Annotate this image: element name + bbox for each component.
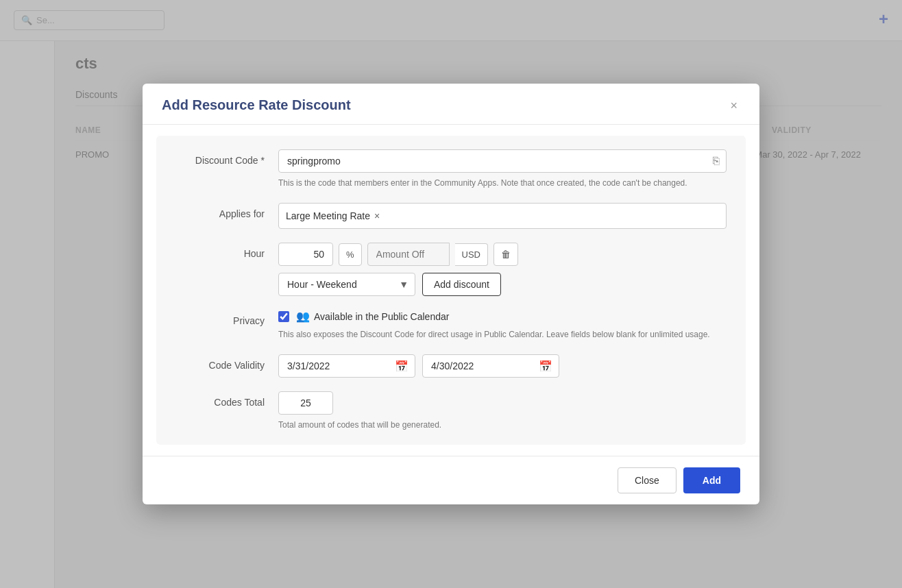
privacy-checkbox[interactable] — [278, 311, 289, 322]
close-button[interactable]: Close — [618, 467, 676, 493]
amount-off-input[interactable] — [367, 243, 450, 266]
period-select[interactable]: Hour - Weekend Hour - Weekday Day Week M… — [278, 273, 415, 296]
discount-code-label: Discount Code * — [175, 149, 265, 166]
copy-icon: ⎘ — [713, 155, 720, 167]
discount-code-input[interactable] — [278, 149, 727, 173]
discount-code-wrap: ⎘ This is the code that members enter in… — [278, 149, 727, 189]
period-add-row: Hour - Weekend Hour - Weekday Day Week M… — [278, 273, 727, 296]
usd-button[interactable]: USD — [455, 243, 488, 266]
tag-large-meeting-rate: Large Meeting Rate × — [286, 210, 380, 221]
codes-total-input[interactable] — [278, 391, 333, 415]
start-date-wrap: 📅 — [278, 354, 415, 378]
add-button[interactable]: Add — [683, 467, 740, 493]
code-validity-row: Code Validity 📅 📅 — [175, 354, 727, 378]
hour-value-input[interactable] — [278, 243, 333, 266]
date-inputs-row: 📅 📅 — [278, 354, 727, 378]
code-validity-wrap: 📅 📅 — [278, 354, 727, 378]
start-calendar-icon[interactable]: 📅 — [395, 360, 409, 373]
discount-code-input-wrap: ⎘ — [278, 149, 727, 173]
discount-code-row: Discount Code * ⎘ This is the code that … — [175, 149, 727, 189]
privacy-label: Privacy — [175, 310, 265, 326]
privacy-wrap: 👥 Available in the Public Calendar This … — [278, 310, 727, 341]
privacy-row: Privacy 👥 Available in the Public Calend… — [175, 310, 727, 341]
privacy-text: Available in the Public Calendar — [314, 311, 449, 322]
percent-button[interactable]: % — [339, 243, 362, 266]
applies-for-wrap: Large Meeting Rate × — [278, 203, 727, 229]
tag-label: Large Meeting Rate — [286, 210, 370, 221]
discount-code-hint: This is the code that members enter in t… — [278, 177, 727, 189]
modal-overlay: Add Resource Rate Discount × Discount Co… — [0, 0, 902, 588]
modal-header: Add Resource Rate Discount × — [143, 84, 759, 125]
codes-total-row: Codes Total Total amount of codes that w… — [175, 391, 727, 431]
modal-close-button[interactable]: × — [727, 99, 740, 112]
people-icon: 👥 — [296, 310, 310, 323]
end-calendar-icon[interactable]: 📅 — [539, 360, 552, 373]
modal-footer: Close Add — [143, 456, 759, 504]
period-select-wrap: Hour - Weekend Hour - Weekday Day Week M… — [278, 273, 415, 296]
privacy-text-label: 👥 Available in the Public Calendar — [296, 310, 449, 323]
end-date-wrap: 📅 — [422, 354, 559, 378]
modal-body: Discount Code * ⎘ This is the code that … — [156, 136, 746, 445]
codes-total-hint: Total amount of codes that will be gener… — [278, 419, 727, 431]
modal-title: Add Resource Rate Discount — [162, 97, 351, 113]
applies-for-tags[interactable]: Large Meeting Rate × — [278, 203, 727, 229]
trash-icon: 🗑 — [501, 249, 511, 260]
codes-total-wrap: Total amount of codes that will be gener… — [278, 391, 727, 431]
hour-label: Hour — [175, 243, 265, 259]
codes-total-label: Codes Total — [175, 391, 265, 408]
modal-dialog: Add Resource Rate Discount × Discount Co… — [143, 84, 759, 504]
privacy-hint: This also exposes the Discount Code for … — [278, 328, 727, 341]
hour-row: Hour % USD 🗑 Hour - Wee — [175, 243, 727, 296]
code-validity-label: Code Validity — [175, 354, 265, 371]
hour-controls: % USD 🗑 — [278, 243, 727, 266]
applies-for-label: Applies for — [175, 203, 265, 219]
privacy-checkbox-row: 👥 Available in the Public Calendar — [278, 310, 727, 323]
delete-row-button[interactable]: 🗑 — [493, 243, 518, 266]
add-discount-button[interactable]: Add discount — [422, 273, 501, 296]
hour-wrap: % USD 🗑 Hour - Weekend Hour - Weekday — [278, 243, 727, 296]
applies-for-row: Applies for Large Meeting Rate × — [175, 203, 727, 229]
tag-remove-button[interactable]: × — [374, 210, 380, 221]
